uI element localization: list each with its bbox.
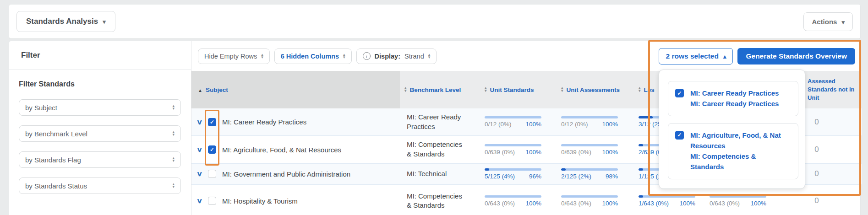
view-selector-dropdown[interactable]: Standards Analysis (16, 11, 115, 32)
filter-standards-title: Filter Standards (19, 80, 181, 88)
progress-bar (639, 195, 695, 198)
column-header-subject-label: Subject (206, 86, 228, 93)
filter-by-benchmark-level-select[interactable]: by Benchmark Level (19, 125, 181, 142)
selected-row-item[interactable]: MI: Agriculture, Food, & Nat Resources M… (668, 123, 798, 179)
generate-standards-overview-button[interactable]: Generate Standards Overview (737, 48, 855, 64)
selected-item-title: MI: Career Ready Practices (690, 88, 787, 98)
actions-button[interactable]: Actions (803, 12, 853, 31)
progress-bar (710, 195, 766, 198)
display-label: Display: (375, 53, 400, 60)
filter-by-standards-status-label: by Standards Status (25, 182, 87, 190)
filter-by-benchmark-level-label: by Benchmark Level (25, 130, 87, 138)
view-selector-label: Standards Analysis (26, 17, 98, 26)
sort-icon (639, 87, 641, 92)
assessed-cell: 0 (772, 196, 862, 205)
progress-bar (485, 168, 541, 171)
column-header-benchmark-label: Benchmark Level (410, 86, 461, 93)
chevron-down-icon (103, 17, 106, 26)
subject-cell: MI: Hospitality & Tourism (222, 197, 298, 205)
row-expand-chevron-icon[interactable] (197, 145, 203, 154)
column-header-unit-standards-label: Unit Standards (490, 86, 534, 93)
column-header-subject[interactable]: Subject (191, 71, 400, 108)
row-checkbox[interactable] (208, 145, 216, 154)
progress-bar (485, 195, 541, 198)
subject-cell: MI: Career Ready Practices (222, 118, 306, 126)
sort-icon (485, 87, 487, 92)
select-arrows-icon (172, 131, 175, 136)
sort-icon (561, 87, 563, 92)
selected-item-subtitle: MI: Career Ready Practices (690, 98, 787, 109)
table-toolbar: Hide Empty Rows 6 Hidden Columns Display… (191, 41, 862, 71)
select-arrows-icon (172, 183, 175, 188)
filter-by-subject-select[interactable]: by Subject (19, 99, 181, 116)
selected-item-title: MI: Agriculture, Food, & Nat Resources (690, 130, 787, 151)
column-header-lessons-label: Les (644, 86, 655, 93)
filter-title: Filter (21, 51, 40, 60)
column-header-benchmark-level[interactable]: Benchmark Level (400, 71, 485, 108)
select-arrows-icon (343, 54, 345, 59)
benchmark-cell: MI: Competencies & Standards (400, 136, 485, 163)
subject-cell: MI: Agriculture, Food, & Nat Resources (222, 146, 341, 154)
column-header-assessed-label: Assessed Standards not in Unit (808, 77, 862, 102)
progress-bar (485, 144, 541, 146)
select-arrows-icon (428, 54, 431, 59)
column-header-unit-assessments-label: Unit Assessments (567, 86, 620, 93)
filter-by-standards-status-select[interactable]: by Standards Status (19, 177, 181, 194)
unit-assessments-metric: 2/125 (2%)98% (561, 168, 618, 180)
benchmark-cell: MI: Career Ready Practices (400, 108, 485, 135)
item-checkbox[interactable] (675, 131, 684, 140)
display-mode-select[interactable]: Display: Strand (356, 48, 437, 64)
hide-empty-rows-select[interactable]: Hide Empty Rows (198, 48, 270, 64)
unit-assessments-metric: 0/643 (0%)100% (561, 195, 618, 207)
hidden-columns-select[interactable]: 6 Hidden Columns (274, 48, 352, 64)
filter-by-standards-flag-select[interactable]: by Standards Flag (19, 151, 181, 168)
info-icon (363, 52, 371, 60)
selected-row-item[interactable]: MI: Career Ready Practices MI: Career Re… (668, 81, 798, 116)
actions-label: Actions (812, 18, 837, 26)
row-expand-chevron-icon[interactable] (197, 118, 203, 126)
progress-bar (561, 168, 618, 171)
select-arrows-icon (172, 157, 175, 162)
unit-standards-metric: 0/639 (0%)100% (485, 144, 541, 156)
unit-standards-metric: 5/125 (4%)96% (485, 168, 541, 180)
unit-assessments-metric: 0/12 (0%)100% (561, 116, 618, 128)
filter-standards-section: Filter Standards by Subject by Benchmark… (9, 70, 191, 194)
lessons-metric: 1/643 (0%)100% (639, 195, 695, 207)
row-checkbox[interactable] (208, 118, 216, 126)
sort-icon (404, 87, 407, 92)
hide-empty-rows-label: Hide Empty Rows (204, 53, 257, 60)
chevron-up-icon (723, 52, 726, 60)
selected-rows-dropdown-panel: MI: Career Ready Practices MI: Career Re… (659, 70, 805, 189)
unit-standards-metric: 0/643 (0%)100% (485, 195, 541, 207)
unit-assessments-metric: 0/639 (0%)100% (561, 144, 618, 156)
filter-sidebar: Filter Filter Standards by Subject by Be… (9, 41, 191, 215)
top-bar: Standards Analysis Actions (9, 5, 860, 38)
benchmark-cell: MI: Competencies & Standards (400, 188, 485, 215)
unit-standards-metric: 0/12 (0%)100% (485, 116, 541, 128)
select-arrows-icon (172, 105, 175, 110)
rows-selected-dropdown[interactable]: 2 rows selected (659, 48, 733, 64)
column-header-unit-standards[interactable]: Unit Standards (485, 71, 550, 108)
sort-ascending-icon (198, 86, 202, 93)
row-expand-chevron-icon[interactable] (197, 197, 203, 205)
filter-by-subject-label: by Subject (25, 104, 57, 112)
progress-bar (561, 116, 618, 118)
selected-item-subtitle: MI: Competencies & Standards (690, 151, 787, 172)
hidden-metric: 0/643 (0%)100% (710, 195, 766, 207)
row-checkbox[interactable] (208, 170, 216, 178)
filter-by-standards-flag-label: by Standards Flag (25, 156, 81, 164)
column-header-unit-assessments[interactable]: Unit Assessments (550, 71, 630, 108)
progress-bar (561, 144, 618, 146)
row-expand-chevron-icon[interactable] (197, 170, 203, 178)
item-checkbox[interactable] (675, 89, 684, 97)
progress-bar (485, 116, 541, 118)
hidden-columns-label: 6 Hidden Columns (281, 53, 339, 60)
chevron-down-icon (841, 18, 845, 26)
filter-header: Filter (9, 41, 191, 70)
subject-cell: MI: Government and Public Administration (222, 170, 350, 178)
row-checkbox[interactable] (208, 197, 216, 205)
display-value: Strand (404, 53, 424, 60)
toolbar-right-group: 2 rows selected Generate Standards Overv… (659, 48, 855, 64)
progress-bar (561, 195, 618, 198)
benchmark-cell: MI: Technical (400, 165, 485, 183)
